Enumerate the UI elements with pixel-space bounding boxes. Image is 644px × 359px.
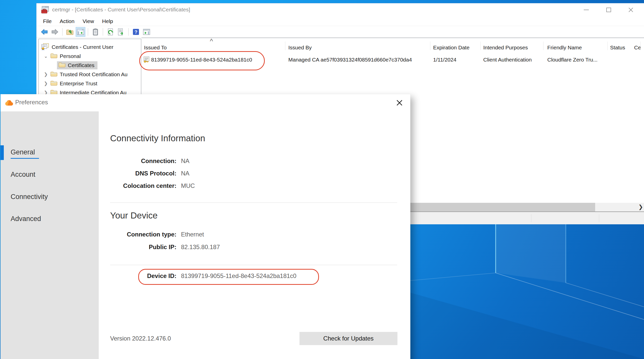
toolbar-separator <box>62 28 63 36</box>
back-icon[interactable] <box>39 27 49 37</box>
column-separator[interactable] <box>640 42 641 50</box>
cell-expiration-date: 1/11/2024 <box>433 57 456 63</box>
sidebar-item-advanced[interactable]: Advanced <box>11 215 41 224</box>
preferences-dialog: Preferences General Account Connectivity… <box>1 94 410 359</box>
column-certificate[interactable]: Ce <box>634 45 641 51</box>
cell-friendly-name: Cloudflare Zero Tru... <box>547 57 597 63</box>
row-label: Connection type: <box>110 231 176 238</box>
menu-bar: File Action View Help <box>36 16 644 26</box>
column-intended-purposes[interactable]: Intended Purposes <box>483 45 528 51</box>
tree-item-enterprise-trust[interactable]: ❯ Enterprise Trust <box>39 79 141 88</box>
certmgr-app-icon <box>41 5 50 14</box>
column-separator[interactable] <box>480 42 481 50</box>
section-heading-your-device: Your Device <box>110 210 157 221</box>
tree-item-personal[interactable]: ⌄ Personal <box>39 52 141 61</box>
selected-underline <box>11 158 39 159</box>
section-heading-connectivity: Connectivity Information <box>110 133 205 143</box>
annotation-circle-issued-to <box>139 51 265 70</box>
folder-icon <box>58 62 66 69</box>
column-status[interactable]: Status <box>610 45 625 51</box>
maximize-icon[interactable] <box>600 3 617 16</box>
help-icon[interactable]: ? <box>131 27 141 37</box>
menu-action[interactable]: Action <box>56 18 78 24</box>
tree-item-label: Personal <box>60 53 81 59</box>
selected-indicator <box>1 145 4 160</box>
folder-icon <box>50 80 57 87</box>
row-value: NA <box>181 157 189 165</box>
export-list-icon[interactable] <box>116 27 126 37</box>
statusbar-separator <box>599 214 599 222</box>
sidebar-item-general[interactable]: General <box>11 148 35 157</box>
show-console-tree-icon[interactable] <box>76 27 85 37</box>
toolbar-separator <box>103 28 103 36</box>
column-separator[interactable] <box>285 42 285 50</box>
annotation-circle-device-id <box>138 269 319 285</box>
forward-icon[interactable] <box>50 27 60 37</box>
close-icon[interactable] <box>623 3 639 16</box>
row-label: Colocation center: <box>110 182 176 189</box>
chevron-right-icon[interactable]: ❯ <box>43 81 48 86</box>
row-label: Public IP: <box>110 244 176 251</box>
sort-ascending-icon[interactable]: ^ <box>210 37 213 45</box>
preferences-sidebar: General Account Connectivity Advanced <box>1 111 99 359</box>
column-issued-by[interactable]: Issued By <box>288 45 312 51</box>
column-friendly-name[interactable]: Friendly Name <box>547 45 582 51</box>
window-title: certmgr - [Certificates - Current User\P… <box>52 7 190 13</box>
tree-item-certificates[interactable]: Certificates <box>39 61 141 70</box>
check-for-updates-button[interactable]: Check for Updates <box>299 332 397 345</box>
certmgr-titlebar: certmgr - [Certificates - Current User\P… <box>36 3 644 16</box>
cell-issued-by: Managed CA ae57f03931324f08591d660e7c370… <box>288 57 412 63</box>
section-divider <box>110 203 397 203</box>
scroll-right-icon[interactable]: ❯ <box>635 203 644 211</box>
statusbar-separator <box>531 214 531 222</box>
preferences-header: Preferences <box>1 94 410 111</box>
chevron-right-icon[interactable]: ❯ <box>43 72 48 77</box>
tree-item-trusted-root[interactable]: ❯ Trusted Root Certification Au <box>39 70 141 79</box>
screen: certmgr - [Certificates - Current User\P… <box>0 0 644 359</box>
row-label: DNS Protocol: <box>110 170 176 177</box>
tree-selection: Certificates <box>57 61 97 69</box>
copy-clipboard-icon[interactable] <box>91 27 100 37</box>
sidebar-item-account[interactable]: Account <box>11 171 35 179</box>
toolbar-separator <box>128 28 129 36</box>
dialog-title: Preferences <box>15 99 48 106</box>
row-value: NA <box>181 170 189 177</box>
show-action-pane-icon[interactable] <box>142 27 151 37</box>
row-value: MUC <box>181 182 195 189</box>
column-expiration-date[interactable]: Expiration Date <box>433 45 470 51</box>
tree-item-label: Enterprise Trust <box>60 81 97 87</box>
minimize-icon[interactable] <box>578 3 594 16</box>
row-value: Ethernet <box>181 231 204 238</box>
cell-intended-purposes: Client Authentication <box>483 57 532 63</box>
menu-file[interactable]: File <box>39 18 56 24</box>
column-separator[interactable] <box>607 42 608 50</box>
svg-text:?: ? <box>134 29 137 35</box>
menu-view[interactable]: View <box>78 18 98 24</box>
tree-item-certificates-current-user[interactable]: Certificates - Current User <box>39 43 141 52</box>
column-issued-to[interactable]: Issued To <box>144 45 167 51</box>
certificates-root-icon <box>41 43 49 51</box>
version-text: Version 2022.12.476.0 <box>110 335 171 342</box>
section-divider <box>110 265 397 265</box>
toolbar: ? <box>36 26 644 38</box>
cloudflare-cloud-icon <box>5 100 14 107</box>
column-separator[interactable] <box>543 42 544 50</box>
column-separator[interactable] <box>430 42 430 50</box>
close-icon[interactable] <box>394 98 405 108</box>
row-value: 82.135.80.187 <box>181 244 220 251</box>
folder-icon <box>50 71 57 78</box>
up-one-level-icon[interactable] <box>65 27 75 37</box>
chevron-down-icon[interactable]: ⌄ <box>43 53 48 59</box>
refresh-icon[interactable] <box>106 27 115 37</box>
folder-icon <box>50 53 57 59</box>
toolbar-separator <box>88 28 88 36</box>
sidebar-item-connectivity[interactable]: Connectivity <box>11 193 48 202</box>
row-label: Connection: <box>110 157 176 165</box>
menu-help[interactable]: Help <box>98 18 117 24</box>
tree-item-label: Certificates <box>68 62 94 68</box>
tree-item-label: Trusted Root Certification Au <box>60 71 128 77</box>
tree-item-label: Certificates - Current User <box>52 44 113 50</box>
